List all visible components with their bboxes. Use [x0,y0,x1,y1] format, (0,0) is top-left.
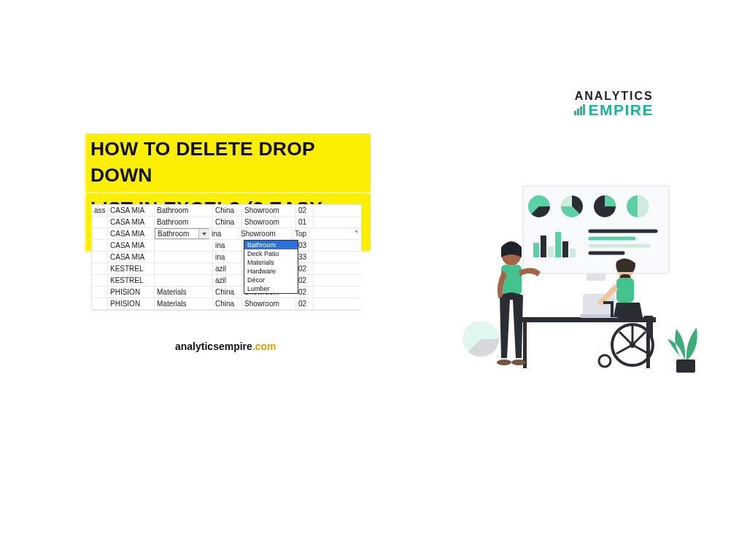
table-cell [155,275,213,286]
table-cell: ina [213,240,242,251]
table-row: KESTRELazilBasement02 [92,275,361,287]
svg-rect-10 [562,241,568,257]
table-cell: Showroom [242,298,296,309]
table-cell [92,263,108,274]
table-cell: KESTREL [108,275,155,286]
table-cell: China [213,287,242,298]
dropdown-option[interactable]: Hardware [244,267,298,276]
table-cell: Showroom [239,228,293,239]
table-cell [92,217,108,228]
table-row: PHISIONMaterialsChinaShowroom02 [92,287,361,298]
table-cell: ina [213,252,242,262]
svg-rect-9 [555,232,561,257]
cell-indicator-icon [355,230,357,233]
table-cell: Showroom [242,217,296,228]
table-cell: KESTREL [108,263,155,274]
svg-line-34 [619,332,632,345]
table-row: KESTRELazilBasement02 [92,263,361,275]
site-suffix: .com [252,341,276,352]
svg-rect-8 [548,246,554,257]
dropdown-arrow-icon[interactable] [198,229,209,238]
table-cell [92,240,108,251]
svg-point-35 [599,355,611,367]
table-cell: 02 [296,263,314,274]
table-cell: PHISION [108,298,155,309]
table-row: CASA MIAinaShowroom03 [92,240,361,252]
svg-rect-36 [676,359,695,373]
table-cell: CASA MIA [108,205,155,216]
excel-screenshot: assCASA MIABathroomChinaShowroom02CASA M… [91,204,361,311]
table-cell: 02 [296,287,314,298]
svg-rect-20 [583,294,615,316]
title-line-1: HOW TO DELETE DROP DOWN [86,133,371,192]
table-cell: CASA MIA [108,240,155,251]
table-cell: China [213,205,242,216]
svg-line-32 [616,345,632,354]
dropdown-option[interactable]: Lumber [244,284,298,293]
table-cell [155,263,213,274]
table-row: assCASA MIABathroomChinaShowroom02 [92,205,361,217]
table-cell: Materials [155,298,213,309]
table-cell: Bathroom [155,217,213,228]
table-cell: Materials [155,287,213,298]
table-cell: 33 [296,252,314,262]
svg-line-31 [632,345,649,354]
dropdown-cell[interactable]: Bathroom [155,228,209,239]
dropdown-option[interactable]: Materials [244,258,298,267]
table-cell [92,228,108,239]
table-cell: 02 [296,298,314,309]
logo-bars-icon [574,104,585,115]
table-cell [92,287,108,298]
table-cell [92,275,108,286]
table-cell: PHISION [108,287,155,298]
table-cell: Bathroom [155,205,213,216]
brand-logo: ANALYTICS EMPIRE [574,90,654,119]
table-cell: Showroom [242,205,296,216]
table-cell: CASA MIA [108,217,155,228]
svg-point-24 [497,359,511,365]
table-cell: Top [293,228,310,239]
svg-point-25 [511,359,526,365]
svg-rect-6 [533,243,539,257]
table-cell: 03 [296,240,314,251]
logo-line-2: EMPIRE [588,101,654,119]
table-row: PHISIONMaterialsChinaShowroom02 [92,298,361,310]
site-name: analyticsempire [175,341,252,352]
svg-rect-17 [517,317,656,322]
table-row: CASA MIABathroomChinaShowroom01 [92,217,361,228]
dropdown-option[interactable]: Décor [244,276,298,284]
svg-rect-11 [570,249,576,257]
table-row: CASA MIABathroominaShowroomTop [92,228,361,240]
table-cell: ass [92,205,108,216]
illustration [437,179,714,397]
table-cell: CASA MIA [108,252,155,262]
table-cell: 02 [296,275,314,286]
site-url: analyticsempire.com [175,341,276,352]
svg-line-33 [632,332,646,345]
table-cell: China [213,298,242,309]
dropdown-list: Bathroom Deck Patio Materials Hardware D… [244,240,298,294]
table-cell: azil [213,263,242,274]
svg-rect-7 [541,236,546,257]
table-cell: CASA MIA [108,228,155,239]
table-cell [155,252,213,262]
table-cell [155,240,213,251]
svg-rect-1 [587,273,605,281]
table-cell [92,252,108,262]
table-cell: China [213,217,242,228]
table-cell: ina [209,228,239,239]
table-cell [92,298,108,309]
dropdown-option[interactable]: Deck Patio [244,249,298,258]
table-cell: azil [213,275,242,286]
dropdown-option-selected[interactable]: Bathroom [244,241,298,249]
svg-rect-27 [616,278,634,303]
table-row: CASA MIAinaShowroom33 [92,252,361,263]
table-cell: 02 [296,205,314,216]
table-cell: 01 [296,217,314,228]
